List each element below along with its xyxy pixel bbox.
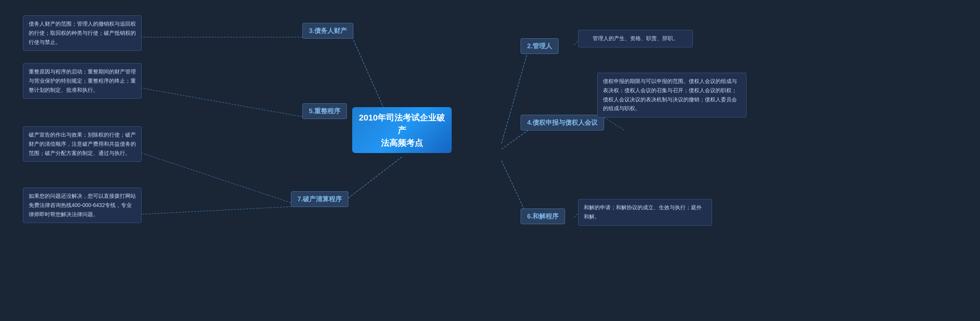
branch-5-node: 5.重整程序	[302, 103, 347, 119]
svg-line-8	[501, 130, 528, 149]
svg-line-2	[341, 157, 402, 204]
center-line1: 2010年司法考试企业破产	[356, 111, 448, 137]
branch-7-node: 7.破产清算程序	[291, 191, 348, 207]
branch-6-node: 6.和解程序	[521, 209, 565, 224]
connector-lines	[0, 0, 980, 321]
leaf-5-node: 重整原因与程序的启动；重整期间的财产管理与营业保护的特别规定；重整程序的终止；重…	[23, 63, 142, 99]
leaf-3-node: 债务人财产的范围；管理人的撤销权与追回权的行使；取回权的种类与行使；破产抵销权的…	[23, 15, 142, 51]
leaf-2-node: 管理人的产生、资格、职责、辞职。	[578, 30, 693, 47]
mind-map: 2010年司法考试企业破产 法高频考点 3.债务人财产 债务人财产的范围；管理人…	[0, 0, 980, 321]
leaf-6-node: 和解的申请；和解协议的成立、生效与执行；庭外和解。	[578, 199, 712, 226]
svg-line-6	[142, 207, 291, 214]
leaf-7a-node: 破产宣告的作出与效果；别除权的行使；破产财产的清偿顺序，注意破产费用和共益债务的…	[23, 126, 142, 162]
branch-3-node: 3.债务人财产	[302, 23, 353, 39]
leaf-7b-node: 如果您的问题还没解决，您可以直接拨打网站免费法律咨询热线400-000-6432…	[23, 187, 142, 223]
center-node: 2010年司法考试企业破产 法高频考点	[352, 107, 452, 153]
leaf-4-node: 债权申报的期限与可以申报的范围。债权人会议的组成与表决权；债权人会议的召集与召开…	[597, 73, 746, 117]
svg-line-12	[574, 213, 578, 217]
center-line2: 法高频考点	[356, 137, 448, 149]
svg-line-4	[142, 88, 302, 117]
branch-4-node: 4.债权申报与债权人会议	[521, 115, 604, 130]
svg-line-10	[574, 40, 578, 45]
svg-line-5	[142, 153, 291, 203]
branch-2-node: 2.管理人	[521, 38, 559, 54]
